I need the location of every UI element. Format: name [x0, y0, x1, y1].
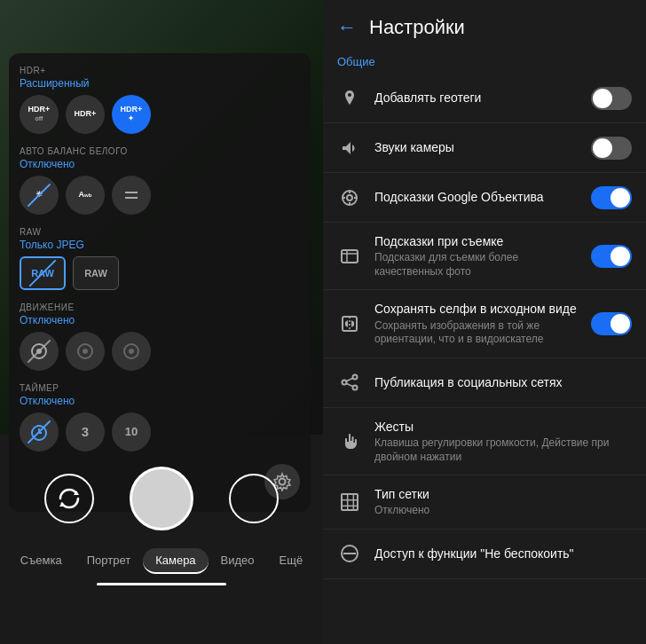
motion-1-btn[interactable] — [66, 332, 105, 371]
dnd-icon — [340, 544, 359, 563]
shutter-button[interactable] — [130, 467, 193, 530]
settings-item-dnd[interactable]: Доступ к функции "Не беспокоить" — [323, 530, 646, 579]
geotags-knob — [593, 89, 612, 108]
motion-off-btn[interactable] — [20, 332, 59, 371]
wb-icons: ☀ Awb — [20, 176, 300, 215]
svg-point-28 — [343, 381, 347, 385]
gesture-icon-wrap — [337, 428, 362, 453]
raw-label: RAW — [20, 227, 300, 237]
timer-value: Отключено — [20, 395, 300, 407]
lens-toggle[interactable] — [591, 186, 632, 209]
settings-list: Добавлять геотеги Звуки камеры — [323, 74, 646, 644]
svg-point-7 — [129, 349, 134, 354]
settings-item-selfie[interactable]: Сохранять селфи в исходном виде Сохранят… — [323, 290, 646, 357]
hdr-plus-btn[interactable]: HDR+ — [66, 95, 105, 134]
location-icon-wrap — [337, 86, 362, 111]
hdr-off-btn[interactable]: HDR+off — [20, 95, 59, 134]
sounds-title: Звуки камеры — [374, 139, 579, 155]
wb-off-btn[interactable]: ☀ — [20, 176, 59, 215]
sounds-knob — [593, 138, 612, 158]
grid-title: Тип сетки — [374, 486, 632, 502]
motion-2-btn[interactable] — [112, 332, 151, 371]
social-text: Публикация в социальных сетях — [374, 374, 632, 390]
camera-settings-overlay: HDR+ Расширенный HDR+off HDR+ HDR+✦ АВТО… — [9, 53, 311, 512]
flip-camera-button[interactable] — [44, 474, 94, 523]
gestures-title: Жесты — [374, 419, 632, 435]
wb-value: Отключено — [20, 158, 300, 170]
settings-item-gestures[interactable]: Жесты Клавиша регулировки громкости, Дей… — [323, 408, 646, 475]
flip-icon — [57, 486, 82, 511]
tab-portrait[interactable]: Портрет — [75, 548, 143, 574]
wb-auto-btn[interactable]: Awb — [66, 176, 105, 215]
sound-icon-wrap — [337, 136, 362, 161]
settings-item-social[interactable]: Публикация в социальных сетях — [323, 358, 646, 408]
camera-mode-tabs: Съемка Портрет Камера Видео Ещё — [0, 539, 323, 583]
tab-more[interactable]: Ещё — [267, 548, 316, 574]
setting-timer: ТАЙМЕР Отключено 3 — [20, 383, 300, 452]
photo-hints-text: Подсказки при съемке Подсказки для съемк… — [374, 233, 579, 279]
svg-point-16 — [347, 195, 352, 200]
geotags-title: Добавлять геотеги — [374, 90, 579, 106]
photo-hints-toggle[interactable] — [591, 245, 632, 268]
hdr-value: Расширенный — [20, 77, 300, 90]
timer-off-btn[interactable] — [20, 412, 59, 452]
settings-header: ← Настройки — [323, 0, 646, 48]
back-button[interactable]: ← — [337, 16, 357, 39]
settings-item-sounds[interactable]: Звуки камеры — [323, 123, 646, 173]
setting-motion: ДВИЖЕНИЕ Отключено — [20, 302, 300, 371]
grid-icon — [340, 492, 359, 512]
tab-video2[interactable]: Видео — [209, 548, 267, 574]
motion-label: ДВИЖЕНИЕ — [20, 302, 300, 312]
settings-item-google-lens[interactable]: Подсказки Google Объектива — [323, 173, 646, 223]
location-icon — [340, 89, 359, 108]
svg-point-3 — [36, 349, 42, 354]
camera-panel: HDR+ Расширенный HDR+off HDR+ HDR+✦ АВТО… — [0, 0, 323, 644]
dnd-text: Доступ к функции "Не беспокоить" — [374, 546, 632, 562]
raw-value: Только JPEG — [20, 239, 300, 251]
wb-manual-btn[interactable] — [112, 176, 151, 215]
selfie-title: Сохранять селфи в исходном виде — [374, 301, 579, 317]
camera-bottom-controls: Съемка Портрет Камера Видео Ещё — [0, 449, 323, 644]
raw-off-btn[interactable]: RAW — [20, 256, 66, 290]
selfie-toggle[interactable] — [591, 312, 632, 335]
geotags-toggle[interactable] — [591, 87, 632, 110]
svg-rect-21 — [342, 250, 358, 263]
gestures-subtitle: Клавиша регулировки громкости, Действие … — [374, 436, 632, 464]
raw-on-btn[interactable]: RAW — [73, 256, 119, 290]
settings-item-photo-hints[interactable]: Подсказки при съемке Подсказки для съемк… — [323, 223, 646, 290]
wb-label: АВТО БАЛАНС БЕЛОГО — [20, 146, 300, 156]
hdr-icons: HDR+off HDR+ HDR+✦ — [20, 95, 300, 134]
setting-wb: АВТО БАЛАНС БЕЛОГО Отключено ☀ Awb — [20, 146, 300, 215]
settings-item-geotags[interactable]: Добавлять геотеги — [323, 74, 646, 123]
gallery-button[interactable] — [229, 474, 279, 523]
tab-video[interactable]: Съемка — [8, 548, 75, 574]
svg-point-26 — [353, 375, 358, 380]
hdr-label: HDR+ — [20, 66, 300, 75]
gesture-icon — [340, 431, 359, 451]
sounds-toggle[interactable] — [591, 137, 632, 160]
timer-10-btn[interactable]: 10 — [112, 412, 151, 452]
sound-icon — [340, 138, 359, 158]
motion-icons — [20, 332, 300, 371]
setting-hdr: HDR+ Расширенный HDR+off HDR+ HDR+✦ — [20, 66, 300, 134]
hdr-auto-btn[interactable]: HDR+✦ — [112, 95, 151, 134]
tab-camera[interactable]: Камера — [143, 548, 208, 574]
selfie-icon-wrap — [337, 311, 362, 336]
svg-rect-31 — [342, 494, 358, 510]
dnd-title: Доступ к функции "Не беспокоить" — [374, 546, 632, 562]
motion-2-icon — [122, 342, 141, 361]
svg-point-5 — [83, 349, 88, 354]
timer-label: ТАЙМЕР — [20, 383, 300, 393]
settings-item-grid[interactable]: Тип сетки Отключено — [323, 475, 646, 530]
svg-point-27 — [353, 386, 358, 390]
motion-value: Отключено — [20, 314, 300, 326]
dnd-icon-wrap — [337, 541, 362, 566]
svg-line-29 — [346, 378, 353, 381]
share-icon-wrap — [337, 370, 362, 395]
grid-text: Тип сетки Отключено — [374, 486, 632, 518]
photo-hints-icon-wrap — [337, 244, 362, 269]
social-title: Публикация в социальных сетях — [374, 374, 632, 390]
photo-hints-title: Подсказки при съемке — [374, 233, 579, 249]
section-general-label: Общие — [323, 48, 646, 74]
timer-3-btn[interactable]: 3 — [66, 412, 105, 452]
